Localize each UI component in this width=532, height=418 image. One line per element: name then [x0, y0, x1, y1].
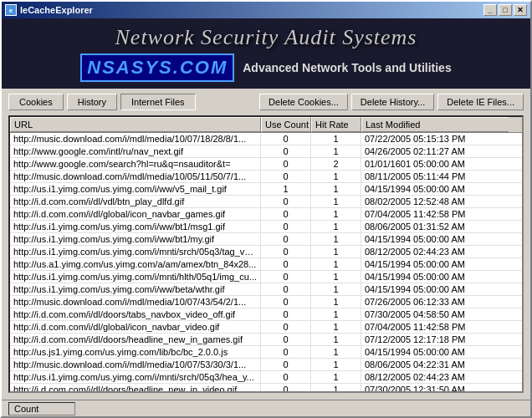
- cell-use-count: 0: [261, 171, 311, 182]
- cell-url: http://www.google.com/intl/ru/nav_next.g…: [10, 145, 261, 157]
- cell-use-count: 0: [261, 271, 311, 283]
- col-last-modified: Last Modified: [361, 117, 509, 132]
- cell-hit-rate: 1: [311, 371, 361, 383]
- cell-url: http://i.d.com.com/i/dl/vdl/btn_play_dlf…: [10, 196, 261, 207]
- cell-hit-rate: 1: [311, 359, 361, 370]
- table-row[interactable]: http://us.a1.yimg.com/us.yimg.com/a/am/a…: [10, 258, 522, 271]
- table-row[interactable]: http://music.download.com/i/mdl/media/10…: [10, 359, 522, 371]
- maximize-button[interactable]: □: [499, 4, 512, 16]
- cell-url: http://www.google.com/search?hl=ru&q=nsa…: [10, 158, 261, 170]
- cell-use-count: 0: [261, 334, 311, 345]
- cell-use-count: 0: [261, 145, 311, 157]
- table-row[interactable]: http://music.download.com/i/mdl/media/10…: [10, 171, 522, 183]
- cell-url: http://i.d.com.com/i/dl/doors/headline_n…: [10, 334, 261, 345]
- cell-use-count: 0: [261, 208, 311, 220]
- cell-hit-rate: 1: [311, 233, 361, 245]
- cell-use-count: 0: [261, 246, 311, 257]
- title-bar-controls: _ □ ✕: [483, 4, 527, 16]
- cell-last-modified: 08/06/2005 01:31:52 AM: [361, 221, 522, 232]
- cell-use-count: 0: [261, 158, 311, 170]
- cell-last-modified: 04/15/1994 05:00:00 AM: [361, 271, 522, 283]
- delete-cookies-button[interactable]: Delete Cookies...: [259, 94, 348, 110]
- cell-hit-rate: 1: [311, 246, 361, 257]
- cell-use-count: 0: [261, 321, 311, 333]
- table-row[interactable]: http://us.i1.yimg.com/us.yimg.com/i/mnti…: [10, 271, 522, 283]
- table-row[interactable]: http://i.d.com.com/i/dl/global/icon_navb…: [10, 321, 522, 334]
- close-button[interactable]: ✕: [514, 4, 527, 16]
- table-row[interactable]: http://i.d.com.com/i/dl/global/icon_navb…: [10, 208, 522, 221]
- minimize-button[interactable]: _: [483, 4, 497, 16]
- cell-hit-rate: 1: [311, 384, 361, 391]
- table-row[interactable]: http://us.i1.yimg.com/us.yimg.com/i/ww/b…: [10, 233, 522, 246]
- main-window: e IeCacheExplorer _ □ ✕ Network Security…: [0, 0, 532, 418]
- table-row[interactable]: http://music.download.com/i/mdl/media/10…: [10, 296, 522, 308]
- cell-hit-rate: 1: [311, 321, 361, 333]
- cell-hit-rate: 1: [311, 308, 361, 320]
- cell-hit-rate: 1: [311, 283, 361, 295]
- banner-bottom: NSASYS.COM Advanced Network Tools and Ut…: [80, 54, 451, 82]
- cell-hit-rate: 2: [311, 158, 361, 170]
- cell-use-count: 1: [261, 183, 311, 195]
- table-row[interactable]: http://i.d.com.com/i/dl/doors/headline_n…: [10, 384, 522, 391]
- table-row[interactable]: http://us.js1.yimg.com/us.yimg.com/lib/b…: [10, 346, 522, 359]
- table-row[interactable]: http://i.d.com.com/i/dl/doors/tabs_navbo…: [10, 308, 522, 321]
- cell-url: http://us.js1.yimg.com/us.yimg.com/lib/b…: [10, 346, 261, 358]
- table-container: URL Use Count Hit Rate Last Modified htt…: [8, 115, 524, 393]
- table-row[interactable]: http://www.google.com/search?hl=ru&q=nsa…: [10, 158, 522, 171]
- app-icon: e: [5, 4, 17, 16]
- nsasys-logo: NSASYS.COM: [80, 54, 234, 82]
- cell-use-count: 0: [261, 384, 311, 391]
- window-title: IeCacheExplorer: [20, 5, 93, 15]
- cell-hit-rate: 1: [311, 346, 361, 358]
- cell-last-modified: 01/01/1601 05:00:00 AM: [361, 158, 522, 170]
- cell-use-count: 0: [261, 359, 311, 370]
- table-row[interactable]: http://us.i1.yimg.com/us.yimg.com/i/ww/b…: [10, 283, 522, 296]
- cell-last-modified: 07/12/2005 12:17:18 PM: [361, 334, 522, 345]
- cell-hit-rate: 1: [311, 171, 361, 182]
- count-label: Count: [14, 404, 38, 414]
- cell-last-modified: 07/04/2005 11:42:58 PM: [361, 321, 522, 333]
- cell-use-count: 0: [261, 296, 311, 308]
- cell-url: http://us.a1.yimg.com/us.yimg.com/a/am/a…: [10, 258, 261, 270]
- cell-last-modified: 04/15/1994 05:00:00 AM: [361, 183, 522, 195]
- cell-url: http://us.i1.yimg.com/us.yimg.com/i/ww/v…: [10, 183, 261, 195]
- cell-use-count: 0: [261, 196, 311, 207]
- cell-last-modified: 07/30/2005 12:31:50 AM: [361, 384, 522, 391]
- toolbar: Cookies History Internet Files Delete Co…: [2, 89, 530, 115]
- cell-url: http://music.download.com/i/mdl/media/10…: [10, 171, 261, 182]
- cell-last-modified: 08/12/2005 02:44:23 AM: [361, 246, 522, 257]
- cell-last-modified: 04/15/1994 05:00:00 AM: [361, 283, 522, 295]
- status-bar: Count: [2, 400, 530, 416]
- table-body[interactable]: http://music.download.com/i/mdl/media/10…: [10, 133, 522, 391]
- tab-internet-files[interactable]: Internet Files: [120, 94, 196, 110]
- table-row[interactable]: http://us.i1.yimg.com/us.yimg.com/i/mnti…: [10, 246, 522, 258]
- status-count: Count: [8, 402, 75, 415]
- tab-history[interactable]: History: [67, 94, 117, 110]
- cell-url: http://us.i1.yimg.com/us.yimg.com/i/ww/b…: [10, 233, 261, 245]
- col-hit-rate: Hit Rate: [311, 117, 361, 132]
- table-row[interactable]: http://us.i1.yimg.com/us.yimg.com/i/mnti…: [10, 371, 522, 384]
- cell-last-modified: 04/26/2005 02:11:27 AM: [361, 145, 522, 157]
- table-row[interactable]: http://www.google.com/intl/ru/nav_next.g…: [10, 145, 522, 158]
- cell-hit-rate: 1: [311, 133, 361, 145]
- cell-last-modified: 04/15/1994 05:00:00 AM: [361, 346, 522, 358]
- delete-ie-files-button[interactable]: Delete IE Files...: [437, 94, 524, 110]
- cell-last-modified: 08/12/2005 02:44:23 AM: [361, 371, 522, 383]
- table-row[interactable]: http://i.d.com.com/i/dl/vdl/btn_play_dlf…: [10, 196, 522, 208]
- cell-use-count: 0: [261, 371, 311, 383]
- cell-last-modified: 08/02/2005 12:52:48 AM: [361, 196, 522, 207]
- tab-cookies[interactable]: Cookies: [8, 94, 64, 110]
- cell-hit-rate: 1: [311, 334, 361, 345]
- cell-url: http://music.download.com/i/mdl/media/10…: [10, 359, 261, 370]
- table-row[interactable]: http://us.i1.yimg.com/us.yimg.com/i/ww/v…: [10, 183, 522, 196]
- cell-url: http://us.i1.yimg.com/us.yimg.com/i/ww/b…: [10, 283, 261, 295]
- table-row[interactable]: http://i.d.com.com/i/dl/doors/headline_n…: [10, 334, 522, 346]
- cell-use-count: 0: [261, 221, 311, 232]
- table-row[interactable]: http://music.download.com/i/mdl/media/10…: [10, 133, 522, 145]
- delete-history-button[interactable]: Delete History...: [351, 94, 434, 110]
- cell-last-modified: 07/26/2005 06:12:33 AM: [361, 296, 522, 308]
- banner: Network Security Audit Systems NSASYS.CO…: [2, 18, 530, 89]
- cell-url: http://i.d.com.com/i/dl/global/icon_navb…: [10, 208, 261, 220]
- col-url: URL: [10, 117, 261, 132]
- table-row[interactable]: http://us.i1.yimg.com/us.yimg.com/i/ww/b…: [10, 221, 522, 233]
